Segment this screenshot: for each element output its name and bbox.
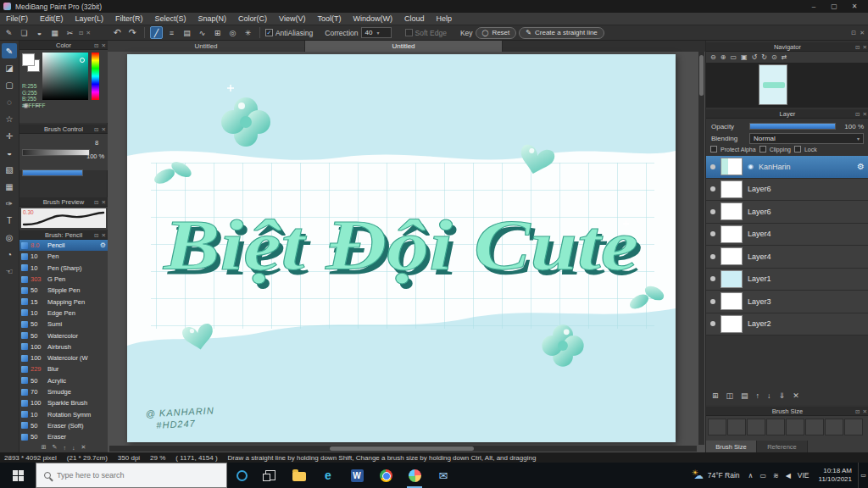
layer-row[interactable]: Layer1 xyxy=(706,269,868,291)
color-wheel-icon[interactable]: ◉ xyxy=(23,102,29,109)
visibility-dot-icon[interactable] xyxy=(710,254,715,259)
brush-up-icon[interactable]: ↑ xyxy=(63,445,66,451)
brush-size-preset[interactable] xyxy=(747,419,765,435)
menu-filter[interactable]: Filter(R) xyxy=(109,13,149,25)
horizontal-scrollbar-thumb[interactable] xyxy=(330,446,474,451)
taskbar-search[interactable] xyxy=(36,463,227,488)
menu-file[interactable]: File(F) xyxy=(0,13,34,25)
delete-layer-icon[interactable]: ✕ xyxy=(793,391,799,400)
search-input[interactable] xyxy=(57,471,205,480)
menu-edit[interactable]: Edit(E) xyxy=(34,13,70,25)
brush-item[interactable]: 50Watercolor xyxy=(19,330,108,341)
brush-item[interactable]: 50Acrylic xyxy=(19,375,108,386)
panel-close-icon[interactable]: ✕ xyxy=(102,199,106,206)
layer-row[interactable]: Layer4 xyxy=(706,224,868,247)
brush-down-icon[interactable]: ↓ xyxy=(72,445,75,451)
gradient-tool[interactable]: ▧ xyxy=(2,162,17,177)
chrome-button[interactable] xyxy=(371,463,400,488)
correction-dropdown[interactable]: 40 ▾ xyxy=(361,27,392,38)
brush-item[interactable]: 303G Pen xyxy=(19,274,108,285)
brush-opacity-slider[interactable] xyxy=(22,169,83,176)
reset-button[interactable]: ◯ Reset xyxy=(476,27,517,39)
horizontal-scrollbar[interactable] xyxy=(109,446,697,452)
panel-close-icon[interactable]: ✕ xyxy=(102,232,106,239)
menu-window[interactable]: Window(W) xyxy=(347,13,398,25)
grid-snap-icon[interactable]: ⊞ xyxy=(211,26,224,39)
brush-size-preset[interactable] xyxy=(766,419,785,435)
lasso-select-tool[interactable]: ◌ xyxy=(2,94,17,109)
brush-size-slider[interactable] xyxy=(22,149,90,156)
cortana-button[interactable] xyxy=(227,463,256,488)
gear-icon[interactable]: ⚙ xyxy=(857,162,865,171)
opacity-slider[interactable] xyxy=(749,123,836,130)
saturation-value-picker[interactable] xyxy=(42,53,88,100)
brush-item[interactable]: 10Pen xyxy=(19,251,108,262)
tab-brush-size[interactable]: Brush Size xyxy=(706,441,757,452)
wifi-icon[interactable]: ≋ xyxy=(770,472,782,480)
brush-size-preset[interactable] xyxy=(844,419,863,435)
layer-row[interactable]: Layer4 xyxy=(706,246,868,269)
document-tab[interactable]: Untitled xyxy=(108,41,305,52)
new-layer-icon[interactable]: ⊞ xyxy=(712,391,719,400)
menu-tool[interactable]: Tool(T) xyxy=(311,13,347,25)
hue-slider[interactable] xyxy=(92,53,99,100)
task-view-button[interactable] xyxy=(256,463,285,488)
eyedropper-tool[interactable]: ◎ xyxy=(2,230,17,245)
layer-down-icon[interactable]: ↓ xyxy=(767,391,771,400)
color-sliders-icon[interactable]: ≡ xyxy=(36,102,40,109)
brush-size-preset[interactable] xyxy=(825,419,843,435)
visibility-dot-icon[interactable] xyxy=(710,321,715,326)
soft-edge-checkbox[interactable] xyxy=(405,29,413,36)
brush-size-preset[interactable] xyxy=(708,419,726,435)
brush-item[interactable]: 100Sparkle Brush xyxy=(19,397,108,408)
pen-icon[interactable]: ✎ xyxy=(3,26,15,39)
marquee-select-tool[interactable]: ▢ xyxy=(2,77,17,92)
panel-close-icon[interactable]: ✕ xyxy=(102,42,106,49)
visibility-dot-icon[interactable] xyxy=(710,164,715,169)
toolbar-close-icon[interactable]: ✕ xyxy=(860,30,865,36)
menu-snap[interactable]: Snap(N) xyxy=(192,13,233,25)
hand-tool[interactable]: ☜ xyxy=(2,263,17,279)
panel-close-icon[interactable]: ✕ xyxy=(863,408,867,415)
duplicate-layer-icon[interactable]: ◫ xyxy=(726,391,734,400)
menu-select[interactable]: Select(S) xyxy=(149,13,192,25)
brush-item[interactable]: 10Pen (Sharp) xyxy=(19,263,108,274)
add-brush-icon[interactable]: ⊞ xyxy=(42,444,47,451)
panel-close-icon[interactable]: ✕ xyxy=(102,126,106,133)
radial-snap-icon[interactable]: ✳ xyxy=(242,26,254,39)
brush-tool[interactable]: ✎ xyxy=(2,43,17,58)
file-explorer-button[interactable] xyxy=(285,463,314,488)
scissors-icon[interactable]: ✂ xyxy=(64,26,76,39)
brush-item[interactable]: 50Eraser xyxy=(19,431,108,442)
brush-item[interactable]: 50Sumi xyxy=(19,319,108,330)
visibility-dot-icon[interactable] xyxy=(710,231,715,236)
undo-icon[interactable]: ↶ xyxy=(111,26,124,39)
layer-row[interactable]: Layer6 xyxy=(706,179,868,202)
hidden-icons-chevron[interactable]: ∧ xyxy=(745,472,757,480)
rotate-left-icon[interactable]: ↺ xyxy=(752,53,758,61)
curve-snap-icon[interactable]: ∿ xyxy=(196,26,209,39)
layer-folder-icon[interactable]: ▤ xyxy=(741,391,748,400)
move-tool[interactable]: ✛ xyxy=(2,128,17,143)
brush-item[interactable]: 229Blur xyxy=(19,363,108,374)
clipping-checkbox[interactable] xyxy=(760,146,766,152)
panel-icon[interactable]: ❏ xyxy=(18,26,31,39)
layer-row-selected[interactable]: ◉ KanHarin ⚙ xyxy=(706,156,868,179)
panel-collapse-icon[interactable]: ⊡ xyxy=(94,126,98,133)
canvas[interactable]: Biệt Đội Cute Biệt Đội Cute @ KANHARIN #… xyxy=(127,54,676,442)
layer-row[interactable]: Layer6 xyxy=(706,201,868,224)
visibility-dot-icon[interactable] xyxy=(710,276,715,281)
visibility-dot-icon[interactable] xyxy=(710,186,715,191)
panel-collapse-icon[interactable]: ⊡ xyxy=(94,199,98,206)
blending-dropdown[interactable]: Normal ▾ xyxy=(749,133,864,144)
fit-window-icon[interactable]: ▭ xyxy=(730,53,737,61)
control-point-tool[interactable]: ✑ xyxy=(2,196,17,211)
hatch-lines-icon[interactable]: ▤ xyxy=(181,26,193,39)
toolbar-collapse-icon[interactable]: ⊡ xyxy=(851,30,856,36)
medibang-button[interactable] xyxy=(400,463,429,488)
brush-item[interactable]: 10Rotation Symm xyxy=(19,408,108,419)
ellipse-snap-icon[interactable]: ◎ xyxy=(226,26,239,39)
create-straight-line-button[interactable]: ✎ Create a straight line xyxy=(519,27,604,39)
menu-cloud[interactable]: Cloud xyxy=(398,13,431,25)
brush-item[interactable]: 100Airbrush xyxy=(19,341,108,352)
